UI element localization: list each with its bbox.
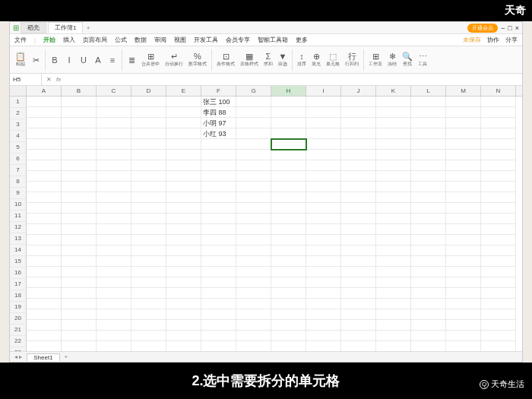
cell-D12[interactable] [131,214,166,224]
cell-A8[interactable] [27,171,62,182]
cell-D1[interactable] [131,97,166,107]
cell-N7[interactable] [481,160,516,171]
cell-G1[interactable] [236,97,271,107]
cell-L3[interactable] [411,118,446,128]
cell-M12[interactable] [446,214,481,224]
cell-H23[interactable] [271,331,306,341]
col-header-A[interactable]: A [27,86,62,96]
cell-E13[interactable] [166,224,201,235]
cell-C11[interactable] [97,203,131,214]
ribbon-btn-21[interactable]: 🔍查找 [400,51,415,68]
cell-J23[interactable] [341,331,376,341]
cell-G18[interactable] [236,277,271,288]
cell-H10[interactable] [271,192,306,203]
cell-L7[interactable] [411,160,446,171]
cell-L1[interactable] [411,97,446,107]
cell-D23[interactable] [131,331,166,341]
cell-H15[interactable] [271,245,306,256]
row-header-21[interactable]: 21 [10,325,27,336]
cell-J4[interactable] [341,128,376,139]
cell-K5[interactable] [376,139,411,150]
cell-G21[interactable] [236,309,271,320]
cell-L10[interactable] [411,192,446,203]
tab-docs[interactable]: 稻壳 [21,22,46,33]
cell-H13[interactable] [271,224,306,235]
cell-H24[interactable] [271,341,306,351]
name-box[interactable]: H5 [10,74,42,85]
cell-I22[interactable] [306,320,341,331]
cell-A23[interactable] [27,331,62,341]
cell-N2[interactable] [481,107,516,118]
cell-K19[interactable] [376,288,411,299]
menu-数据[interactable]: 数据 [135,36,147,44]
cell-G5[interactable] [236,139,271,150]
cell-A16[interactable] [27,256,62,267]
cell-D2[interactable] [131,107,166,118]
cell-C23[interactable] [97,331,131,341]
row-header-19[interactable]: 19 [10,302,27,313]
cell-L23[interactable] [411,331,446,341]
cell-N1[interactable] [481,97,516,107]
cell-H18[interactable] [271,277,306,288]
cell-A17[interactable] [27,267,62,277]
cell-C1[interactable] [97,97,131,107]
cell-I13[interactable] [306,224,341,235]
cell-D4[interactable] [131,128,166,139]
ribbon-btn-12[interactable]: ▦表格样式 [238,51,261,68]
close-icon[interactable]: × [515,24,519,32]
row-header-6[interactable]: 6 [10,154,27,165]
cell-A19[interactable] [27,288,62,299]
cell-M1[interactable] [446,97,481,107]
row-header-12[interactable]: 12 [10,222,27,233]
cell-J9[interactable] [341,182,376,192]
menu-更多[interactable]: 更多 [296,36,308,44]
cell-E17[interactable] [166,267,201,277]
cell-L11[interactable] [411,203,446,214]
cell-F5[interactable] [201,139,236,150]
cell-B18[interactable] [62,277,97,288]
cell-I6[interactable] [306,150,341,160]
cell-D11[interactable] [131,203,166,214]
cell-G24[interactable] [236,341,271,351]
cell-I21[interactable] [306,309,341,320]
ribbon-btn-18[interactable]: 行行和列 [343,51,361,68]
cell-F17[interactable] [201,267,236,277]
cell-J16[interactable] [341,256,376,267]
cell-B15[interactable] [62,245,97,256]
select-all-corner[interactable] [10,86,27,97]
cell-N24[interactable] [481,341,516,351]
cell-M4[interactable] [446,128,481,139]
cell-E22[interactable] [166,320,201,331]
cell-B24[interactable] [62,341,97,351]
menu-share[interactable]: 分享 [505,36,518,44]
cell-L16[interactable] [411,256,446,267]
cell-I23[interactable] [306,331,341,341]
row-header-8[interactable]: 8 [10,176,27,188]
cell-K18[interactable] [376,277,411,288]
cell-N21[interactable] [481,309,516,320]
cell-N9[interactable] [481,182,516,192]
ribbon-btn-19[interactable]: ⊞工作表 [366,51,385,68]
cell-G6[interactable] [236,150,271,160]
cell-F10[interactable] [201,192,236,203]
cell-D9[interactable] [131,182,166,192]
cell-D15[interactable] [131,245,166,256]
row-header-5[interactable]: 5 [10,142,27,154]
cell-C4[interactable] [97,128,131,139]
cell-E10[interactable] [166,192,201,203]
cell-I14[interactable] [306,235,341,245]
cell-H7[interactable] [271,160,306,171]
cell-M14[interactable] [446,235,481,245]
menu-视图[interactable]: 视图 [174,36,186,44]
cell-E18[interactable] [166,277,201,288]
cell-B12[interactable] [62,214,97,224]
menu-会员专享[interactable]: 会员专享 [226,36,250,44]
cell-L17[interactable] [411,267,446,277]
cell-F13[interactable] [201,224,236,235]
cell-D10[interactable] [131,192,166,203]
cell-G2[interactable] [236,107,271,118]
cell-B2[interactable] [62,107,97,118]
cell-M16[interactable] [446,256,481,267]
cell-B21[interactable] [62,309,97,320]
cell-L8[interactable] [411,171,446,182]
